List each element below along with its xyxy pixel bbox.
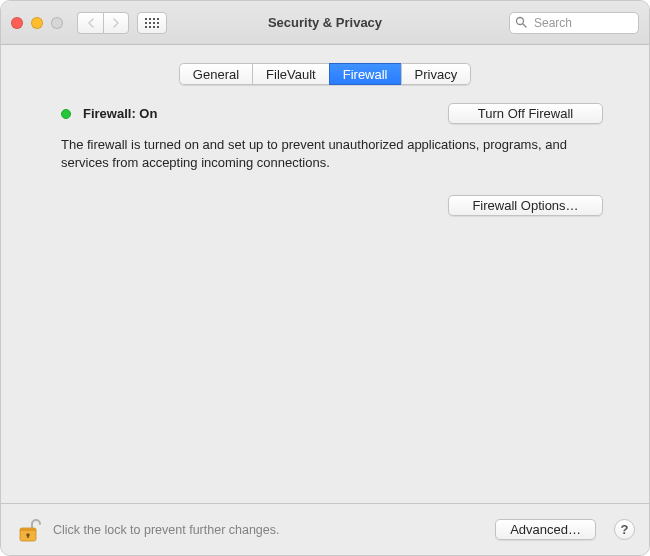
- svg-rect-0: [145, 18, 147, 20]
- svg-rect-7: [157, 22, 159, 24]
- firewall-options-button[interactable]: Firewall Options…: [448, 195, 603, 216]
- lock-button[interactable]: [15, 516, 43, 544]
- unlocked-lock-icon: [17, 517, 41, 543]
- svg-rect-11: [157, 26, 159, 28]
- tab-privacy[interactable]: Privacy: [401, 63, 472, 85]
- status-indicator-icon: [61, 109, 71, 119]
- svg-rect-1: [149, 18, 151, 20]
- firewall-description: The firewall is turned on and set up to …: [19, 124, 631, 171]
- forward-button[interactable]: [103, 12, 129, 34]
- chevron-right-icon: [112, 18, 120, 28]
- svg-rect-6: [153, 22, 155, 24]
- minimize-window-button[interactable]: [31, 17, 43, 29]
- chevron-left-icon: [87, 18, 95, 28]
- zoom-window-button: [51, 17, 63, 29]
- help-button[interactable]: ?: [614, 519, 635, 540]
- show-all-button[interactable]: [137, 12, 167, 34]
- lock-hint-text: Click the lock to prevent further change…: [53, 523, 485, 537]
- nav-group: [77, 12, 129, 34]
- preferences-window: Security & Privacy General FileVault Fir…: [0, 0, 650, 556]
- svg-rect-15: [20, 528, 36, 531]
- close-window-button[interactable]: [11, 17, 23, 29]
- svg-rect-17: [27, 535, 29, 538]
- svg-rect-3: [157, 18, 159, 20]
- grid-icon: [145, 18, 159, 28]
- svg-rect-8: [145, 26, 147, 28]
- svg-rect-10: [153, 26, 155, 28]
- titlebar: Security & Privacy: [1, 1, 649, 45]
- firewall-status-label: Firewall: On: [83, 106, 157, 121]
- svg-rect-4: [145, 22, 147, 24]
- search-wrap: [509, 12, 639, 34]
- svg-rect-9: [149, 26, 151, 28]
- svg-rect-2: [153, 18, 155, 20]
- back-button[interactable]: [77, 12, 103, 34]
- tab-firewall[interactable]: Firewall: [329, 63, 401, 85]
- content-area: General FileVault Firewall Privacy Firew…: [1, 45, 649, 503]
- turn-off-firewall-button[interactable]: Turn Off Firewall: [448, 103, 603, 124]
- tab-general[interactable]: General: [179, 63, 252, 85]
- svg-rect-5: [149, 22, 151, 24]
- search-input[interactable]: [509, 12, 639, 34]
- firewall-status-row: Firewall: On Turn Off Firewall: [19, 103, 631, 124]
- tab-filevault[interactable]: FileVault: [252, 63, 329, 85]
- tab-bar: General FileVault Firewall Privacy: [19, 63, 631, 85]
- traffic-lights: [11, 17, 63, 29]
- footer: Click the lock to prevent further change…: [1, 503, 649, 555]
- advanced-button[interactable]: Advanced…: [495, 519, 596, 540]
